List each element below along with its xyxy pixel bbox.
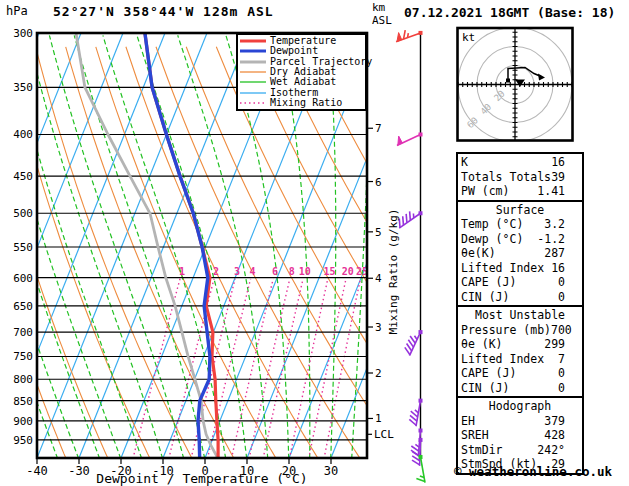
stat-value: 7 [558,352,579,367]
stat-row: Dewp (°C)-1.2 [461,232,579,247]
stat-label: PW (cm) [461,184,509,199]
stat-value: 0 [558,290,579,305]
pressure-tick-label: 900 [13,415,33,428]
pressure-tick-label: 500 [13,207,33,220]
stat-value: 700 [551,323,586,338]
stat-value: 16 [551,261,579,276]
km-tick-label: 2 [375,367,382,380]
pressure-tick-label: 550 [13,241,33,254]
mixing-ratio-value-label: 3 [234,266,240,277]
stat-value: 1.41 [537,184,579,199]
km-tick-label: 4 [375,272,382,285]
mixing-ratio-value-label: 4 [250,266,256,277]
km-tick-label: 7 [375,122,382,135]
pressure-tick-label: 450 [13,170,33,183]
stat-row: θe(K)287 [461,246,579,261]
mixing-ratio-value-label: 20 [342,266,354,277]
pressure-tick-label: 950 [13,434,33,447]
stat-row: CAPE (J)0 [461,275,579,290]
mixing-ratio-value-label: 6 [272,266,278,277]
stat-label: EH [461,414,475,429]
legend-item-label: Wet Adiabat [270,77,336,87]
stats-section-title: Hodograph [461,399,579,414]
hodograph-start-marker [506,79,510,83]
wind-barb [399,211,422,228]
stat-value: 299 [544,337,579,352]
km-tick-label: 3 [375,321,382,334]
hodograph-units-label: kt [462,31,475,44]
stat-row: Pressure (mb)700 [461,323,579,338]
stat-row: θe (K)299 [461,337,579,352]
stat-value: 242° [537,443,579,458]
stat-value: 0 [558,366,579,381]
stat-row: PW (cm)1.41 [461,184,579,199]
mixing-ratio-value-label: 1 [179,266,185,277]
stat-label: Totals Totals [461,170,551,185]
stat-label: CAPE (J) [461,366,516,381]
stat-value: 0 [558,381,579,396]
legend: TemperatureDewpointParcel TrajectoryDry … [236,33,367,111]
pressure-tick-label: 650 [13,300,33,313]
stat-label: Temp (°C) [461,217,523,232]
stats-section: SurfaceTemp (°C)3.2Dewp (°C)-1.2θe(K)287… [456,200,584,308]
temperature-axis-title: Dewpoint / Temperature (°C) [37,471,367,486]
datetime-label: 07.12.2021 18GMT (Base: 18) [404,5,615,20]
pressure-axis-units: hPa [6,4,28,18]
pressure-tick-label: 350 [13,81,33,94]
pressure-tick-label: 750 [13,350,33,363]
stat-row: CAPE (J)0 [461,366,579,381]
mixing-ratio-value-label: 15 [324,266,336,277]
mixing-ratio-axis-title: Mixing Ratio (g/kg) [387,207,400,337]
km-tick-label: 5 [375,226,382,239]
dry-adiabat-line [66,47,234,459]
pressure-tick-label: 800 [13,373,33,386]
stat-label: Lifted Index [461,261,544,276]
stats-section: K16Totals Totals39PW (cm)1.41 [456,152,584,202]
stats-panel: K16Totals Totals39PW (cm)1.41SurfaceTemp… [456,154,584,475]
pressure-tick-label: 850 [13,395,33,408]
stat-value: 16 [551,155,579,170]
stats-section-title: Most Unstable [461,308,579,323]
stat-row: Totals Totals39 [461,170,579,185]
stats-section: HodographEH379SREH428StmDir242°StmSpd (k… [456,396,584,475]
wind-barb [396,30,422,42]
stat-row: Lifted Index7 [461,352,579,367]
isotherm-line [79,33,249,458]
stat-label: StmDir [461,443,503,458]
legend-item-label: Dewpoint [270,46,318,56]
altitude-axis-units: kmASL [372,1,392,27]
stat-label: SREH [461,428,489,443]
mixing-ratio-value-label: 10 [299,266,311,277]
legend-item: Wet Adiabat [240,77,365,87]
stat-row: EH379 [461,414,579,429]
stat-value: 0 [558,275,579,290]
pressure-tick-label: 400 [13,128,33,141]
pressure-tick-label: 700 [13,326,33,339]
sounding-screen: 1234681015202530035040045050055060065070… [0,0,629,486]
stat-row: K16 [461,155,579,170]
legend-item: Mixing Ratio [240,98,365,108]
stat-label: Dewp (°C) [461,232,523,247]
stats-section: Most UnstablePressure (mb)700θe (K)299Li… [456,305,584,398]
mixing-ratio-value-label: 8 [289,266,295,277]
stat-label: K [461,155,468,170]
pressure-tick-label: 600 [13,272,33,285]
stat-row: Temp (°C)3.2 [461,217,579,232]
km-tick-label: 6 [375,176,382,189]
stat-label: Pressure (mb) [461,323,551,338]
stat-value: 428 [544,428,579,443]
stat-label: θe (K) [461,337,503,352]
stats-section-title: Surface [461,203,579,218]
stat-row: StmDir242° [461,443,579,458]
lcl-marker-label: LCL [374,428,394,441]
stat-value: 287 [544,246,579,261]
mixing-ratio-value-label: 2 [213,266,219,277]
stat-label: CIN (J) [461,381,509,396]
stat-value: 39 [551,170,579,185]
stat-label: θe(K) [461,246,496,261]
stat-value: -1.2 [537,232,579,247]
hodograph: 204060 [458,28,573,142]
legend-item-label: Mixing Ratio [270,98,342,108]
dry-adiabat-line [36,47,193,459]
stat-row: SREH428 [461,428,579,443]
